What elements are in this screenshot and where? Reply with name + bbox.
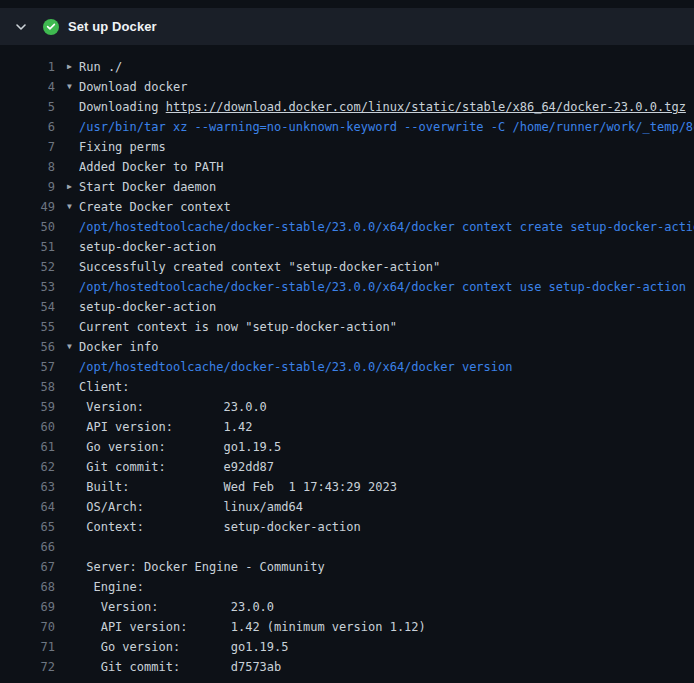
log-group-header-line[interactable]: 49▼Create Docker context — [0, 197, 694, 217]
line-number[interactable]: 53 — [0, 277, 55, 297]
log-line: 57/opt/hostedtoolcache/docker-stable/23.… — [0, 357, 694, 377]
line-number[interactable]: 60 — [0, 417, 55, 437]
line-number[interactable]: 63 — [0, 477, 55, 497]
log-line: 51setup-docker-action — [0, 237, 694, 257]
log-plain-text: OS/Arch: linux/amd64 — [79, 500, 303, 514]
marker-spacer — [67, 97, 79, 117]
line-number[interactable]: 65 — [0, 517, 55, 537]
log-text: Git commit: e92dd87 — [79, 457, 694, 477]
log-line: 59 Version: 23.0.0 — [0, 397, 694, 417]
marker-spacer — [67, 377, 79, 397]
log-line: 6/usr/bin/tar xz --warning=no-unknown-ke… — [0, 117, 694, 137]
log-text: Git commit: d7573ab — [79, 657, 694, 677]
log-plain-text: Version: 23.0.0 — [79, 400, 267, 414]
marker-spacer — [67, 597, 79, 617]
line-number[interactable]: 50 — [0, 217, 55, 237]
line-number[interactable]: 51 — [0, 237, 55, 257]
log-plain-text: Start Docker daemon — [79, 180, 216, 194]
log-plain-text: Client: — [79, 380, 130, 394]
triangle-expanded-icon: ▼ — [67, 77, 79, 97]
line-number[interactable]: 49 — [0, 197, 55, 217]
marker-spacer — [67, 417, 79, 437]
line-number[interactable]: 66 — [0, 537, 55, 557]
line-number[interactable]: 72 — [0, 657, 55, 677]
log-plain-text: setup-docker-action — [79, 300, 216, 314]
log-text: Fixing perms — [79, 137, 694, 157]
marker-spacer — [67, 237, 79, 257]
log-text: Go version: go1.19.5 — [79, 637, 694, 657]
triangle-collapsed-icon: ▶ — [67, 177, 79, 197]
log-line: 58Client: — [0, 377, 694, 397]
line-number[interactable]: 55 — [0, 317, 55, 337]
marker-spacer — [67, 157, 79, 177]
line-number[interactable]: 1 — [0, 57, 55, 77]
log-line: 60 API version: 1.42 — [0, 417, 694, 437]
line-number[interactable]: 8 — [0, 157, 55, 177]
marker-spacer — [67, 557, 79, 577]
log-line: 8Added Docker to PATH — [0, 157, 694, 177]
marker-spacer — [67, 517, 79, 537]
log-group-header-line[interactable]: 9▶Start Docker daemon — [0, 177, 694, 197]
line-number[interactable]: 64 — [0, 497, 55, 517]
log-group-header-line[interactable]: 4▼Download docker — [0, 77, 694, 97]
line-number[interactable]: 70 — [0, 617, 55, 637]
line-number[interactable]: 69 — [0, 597, 55, 617]
line-number[interactable]: 56 — [0, 337, 55, 357]
triangle-expanded-icon: ▼ — [67, 337, 79, 357]
log-text: /opt/hostedtoolcache/docker-stable/23.0.… — [79, 217, 694, 237]
line-number[interactable]: 4 — [0, 77, 55, 97]
line-number[interactable]: 62 — [0, 457, 55, 477]
log-line: 53/opt/hostedtoolcache/docker-stable/23.… — [0, 277, 694, 297]
log-line: 69 Version: 23.0.0 — [0, 597, 694, 617]
log-text: Built: Wed Feb 1 17:43:29 2023 — [79, 477, 694, 497]
log-plain-text: Go version: go1.19.5 — [79, 640, 289, 654]
log-text: Added Docker to PATH — [79, 157, 694, 177]
log-line: 50/opt/hostedtoolcache/docker-stable/23.… — [0, 217, 694, 237]
log-group-header-line[interactable]: 56▼Docker info — [0, 337, 694, 357]
marker-spacer — [67, 657, 79, 677]
log-line: 71 Go version: go1.19.5 — [0, 637, 694, 657]
line-number[interactable]: 71 — [0, 637, 55, 657]
log-plain-text: Server: Docker Engine - Community — [79, 560, 325, 574]
log-plain-text: Current context is now "setup-docker-act… — [79, 320, 397, 334]
log-text: Client: — [79, 377, 694, 397]
marker-spacer — [67, 477, 79, 497]
marker-spacer — [67, 257, 79, 277]
log-line: 72 Git commit: d7573ab — [0, 657, 694, 677]
log-line: 7Fixing perms — [0, 137, 694, 157]
log-plain-text: Built: Wed Feb 1 17:43:29 2023 — [79, 480, 397, 494]
line-number[interactable]: 59 — [0, 397, 55, 417]
line-number[interactable]: 58 — [0, 377, 55, 397]
log-line: 5Downloading https://download.docker.com… — [0, 97, 694, 117]
log-plain-text: Docker info — [79, 340, 158, 354]
line-number[interactable]: 54 — [0, 297, 55, 317]
line-number[interactable]: 68 — [0, 577, 55, 597]
marker-spacer — [67, 297, 79, 317]
marker-spacer — [67, 217, 79, 237]
line-number[interactable]: 67 — [0, 557, 55, 577]
line-number[interactable]: 6 — [0, 117, 55, 137]
line-number[interactable]: 5 — [0, 97, 55, 117]
triangle-expanded-icon: ▼ — [67, 197, 79, 217]
log-text: Go version: go1.19.5 — [79, 437, 694, 457]
line-number[interactable]: 61 — [0, 437, 55, 457]
log-text — [79, 537, 694, 557]
log-plain-text: Successfully created context "setup-dock… — [79, 260, 440, 274]
step-header[interactable]: Set up Docker — [0, 8, 694, 45]
log-text: API version: 1.42 — [79, 417, 694, 437]
log-plain-text: Added Docker to PATH — [79, 160, 224, 174]
log-group-header-line[interactable]: 1▶Run ./ — [0, 57, 694, 77]
line-number[interactable]: 7 — [0, 137, 55, 157]
workflow-log-page: Set up Docker 1▶Run ./4▼Download docker5… — [0, 0, 694, 683]
log-plain-text: Git commit: e92dd87 — [79, 460, 274, 474]
log-text: Successfully created context "setup-dock… — [79, 257, 694, 277]
log-command-text: /usr/bin/tar xz --warning=no-unknown-key… — [79, 120, 694, 134]
log-plain-text: Context: setup-docker-action — [79, 520, 361, 534]
log-url-link[interactable]: https://download.docker.com/linux/static… — [166, 100, 686, 114]
line-number[interactable]: 57 — [0, 357, 55, 377]
log-line: 55Current context is now "setup-docker-a… — [0, 317, 694, 337]
line-number[interactable]: 52 — [0, 257, 55, 277]
marker-spacer — [67, 357, 79, 377]
line-number[interactable]: 9 — [0, 177, 55, 197]
marker-spacer — [67, 537, 79, 557]
